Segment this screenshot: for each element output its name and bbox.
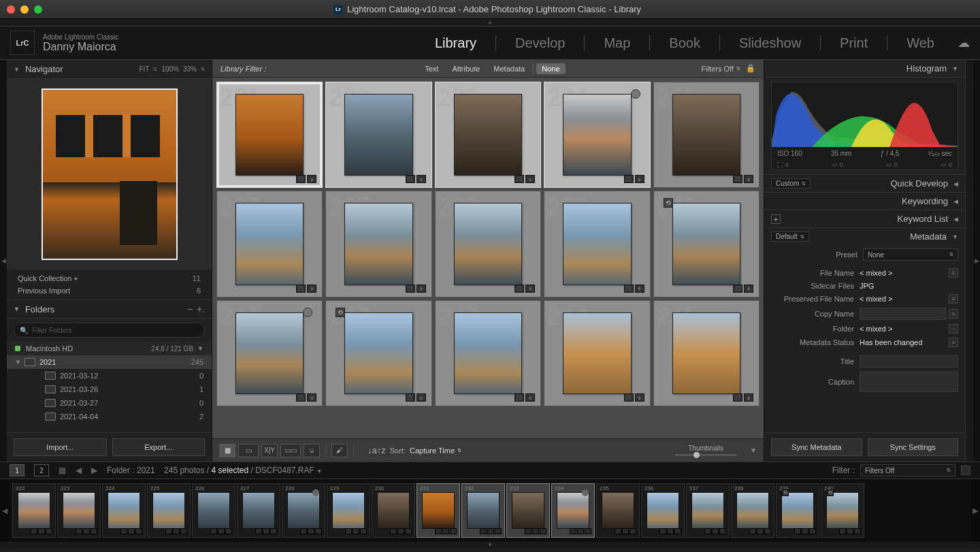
filmstrip-cell-224[interactable]: 224	[102, 483, 146, 538]
folders-minus-icon[interactable]: −	[187, 304, 193, 314]
badge-icon[interactable]	[345, 528, 352, 534]
filmstrip-left-arrow[interactable]: ◀	[0, 479, 10, 542]
badge-icon[interactable]	[757, 528, 764, 534]
import-button[interactable]: Import...	[14, 438, 107, 456]
badge-icon[interactable]: ±	[416, 285, 426, 293]
metadata-action-icon[interactable]: ≡	[949, 309, 958, 319]
badge-icon[interactable]: ⬚	[733, 393, 742, 402]
goto-arrow-icon[interactable]: →	[949, 324, 958, 334]
grid-cell-240[interactable]: 240⬚±⟲	[653, 191, 760, 297]
folders-header[interactable]: ▼ Folders − +.	[7, 299, 212, 319]
filmstrip-cell-228[interactable]: 228	[282, 483, 325, 538]
keyword-list-header[interactable]: + Keyword List ◀	[764, 210, 965, 227]
badge-icon[interactable]	[577, 528, 584, 534]
badge-icon[interactable]: ±	[635, 175, 644, 183]
badge-icon[interactable]: ±	[307, 285, 316, 293]
badge-icon[interactable]	[532, 528, 539, 534]
grid-view-button[interactable]: ▦	[219, 444, 235, 457]
badge-icon[interactable]	[135, 528, 142, 534]
metadata-action-icon[interactable]: ≡	[949, 294, 958, 304]
filter-lock-icon[interactable]	[961, 466, 970, 475]
badge-icon[interactable]	[667, 528, 674, 534]
badge-icon[interactable]	[270, 528, 277, 534]
badge-icon[interactable]	[308, 528, 314, 534]
badge-icon[interactable]	[31, 528, 37, 534]
badge-icon[interactable]	[659, 528, 666, 534]
next-arrow-icon[interactable]: ▶	[91, 466, 97, 475]
keywording-header[interactable]: Keywording ◀	[764, 192, 965, 210]
grid-cell-234[interactable]: 234⬚±	[544, 82, 650, 188]
filmstrip-cell-232[interactable]: 232	[461, 483, 505, 538]
secondary-display-button[interactable]: 2	[34, 464, 49, 476]
zoom-stepper-icon[interactable]: ⇅	[201, 67, 205, 72]
left-rail-collapse[interactable]: ◀	[0, 60, 7, 461]
grid-cell-233[interactable]: 233⬚±	[435, 82, 541, 188]
badge-icon[interactable]: ⬚	[296, 175, 306, 183]
filmstrip-cell-234[interactable]: 234	[551, 483, 595, 538]
bottom-collapse-handle[interactable]: ▼	[0, 542, 980, 549]
badge-icon[interactable]: ⬚	[406, 393, 415, 402]
expand-icon[interactable]: ▼	[15, 359, 24, 366]
compare-view-button[interactable]: X|Y	[261, 444, 278, 457]
sync-metadata-button[interactable]: Sync Metadata	[771, 438, 862, 456]
badge-icon[interactable]	[450, 528, 457, 534]
zoom-stepper-icon[interactable]: ⇅	[153, 67, 157, 72]
survey-view-button[interactable]: ▭▭	[280, 444, 301, 457]
badge-icon[interactable]	[802, 528, 808, 534]
sort-direction-icon[interactable]: ↓a↑z	[368, 445, 386, 455]
filter-tab-metadata[interactable]: Metadata	[488, 63, 534, 74]
zoom-fit[interactable]: FIT	[139, 65, 149, 73]
badge-icon[interactable]	[540, 528, 546, 534]
develop-flag-icon[interactable]: ⟲	[827, 489, 834, 496]
badge-icon[interactable]	[397, 528, 404, 534]
navigator-header[interactable]: ▼ Navigator FIT⇅ 100% 33%⇅	[7, 60, 212, 79]
badge-icon[interactable]: ±	[744, 285, 753, 293]
status-text[interactable]: Folder : 2021 245 photos / 4 selected / …	[107, 466, 322, 475]
flag-ring[interactable]	[582, 489, 589, 496]
identity-plate[interactable]: Adobe Lightroom Classic Danny Maiorca	[43, 33, 118, 53]
flag-ring[interactable]	[303, 308, 312, 317]
badge-icon[interactable]	[674, 528, 681, 534]
filmstrip-cell-231[interactable]: 231	[416, 483, 460, 538]
badge-icon[interactable]	[300, 528, 307, 534]
people-view-button[interactable]: ☺	[304, 444, 320, 457]
filter-tab-none[interactable]: None	[536, 63, 565, 74]
grid-cell-235[interactable]: 235⬚±	[653, 82, 760, 188]
filter-tab-text[interactable]: Text	[419, 63, 444, 74]
zoom-33[interactable]: 33%	[183, 65, 197, 73]
thumbnail-size-slider[interactable]: Thumbnails	[675, 444, 736, 456]
badge-icon[interactable]: ⬚	[296, 285, 306, 293]
folder-2021[interactable]: ▼2021245	[7, 355, 212, 369]
zoom-100[interactable]: 100%	[161, 65, 179, 73]
badge-icon[interactable]	[390, 528, 397, 534]
badge-icon[interactable]: ⬚	[624, 285, 634, 293]
module-slideshow[interactable]: Slideshow	[732, 34, 808, 52]
filter-tab-attribute[interactable]: Attribute	[446, 63, 485, 74]
navigator-preview[interactable]	[7, 79, 212, 270]
badge-icon[interactable]: ±	[635, 393, 644, 402]
module-web[interactable]: Web	[900, 34, 941, 52]
filmstrip-scroll[interactable]: 2222232242252262272282292302312322332342…	[10, 479, 970, 542]
grid-cell-231[interactable]: 231⬚±	[216, 82, 323, 188]
badge-icon[interactable]	[180, 528, 187, 534]
filmstrip-cell-239[interactable]: 239⟲	[776, 483, 819, 538]
badge-icon[interactable]: ±	[307, 175, 316, 183]
caption-input[interactable]	[860, 372, 958, 392]
badge-icon[interactable]	[615, 528, 621, 534]
filmstrip-cell-225[interactable]: 225	[147, 483, 191, 538]
badge-icon[interactable]: ⬚	[733, 175, 742, 183]
badge-icon[interactable]	[38, 528, 45, 534]
folder-2021-03-26[interactable]: 2021-03-261	[7, 383, 212, 396]
filters-off[interactable]: Filters Off⇅	[702, 65, 740, 73]
right-scrollbar[interactable]	[965, 60, 973, 461]
folder-2021-04-04[interactable]: 2021-04-042	[7, 410, 212, 423]
metadata-set-selector[interactable]: Default⇅	[771, 231, 809, 242]
toolbar-menu-icon[interactable]: ▼	[750, 447, 757, 454]
grid-cell-236[interactable]: 236⬚±	[216, 191, 323, 297]
badge-icon[interactable]	[585, 528, 591, 534]
badge-icon[interactable]	[630, 528, 636, 534]
grid-cell-241[interactable]: 241⬚±	[216, 300, 323, 406]
badge-icon[interactable]	[839, 528, 846, 534]
filmstrip-cell-230[interactable]: 230	[372, 483, 415, 538]
filmstrip-cell-240[interactable]: 240⟲	[821, 483, 864, 538]
